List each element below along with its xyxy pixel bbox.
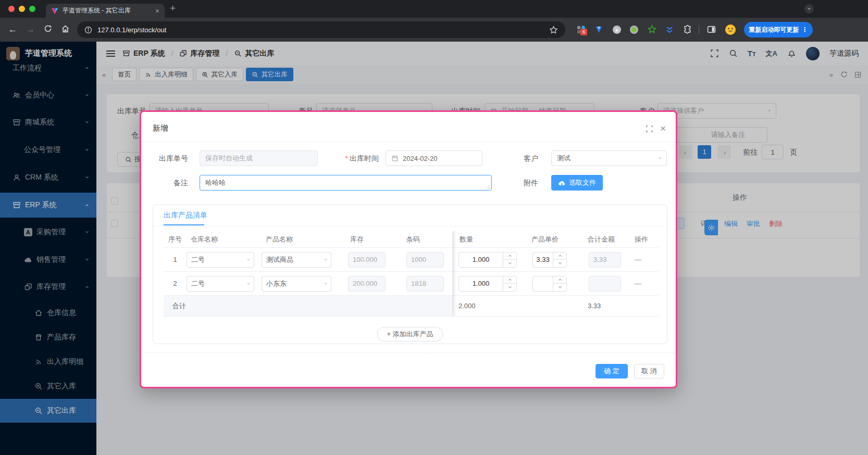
site-info-icon[interactable] — [84, 26, 92, 34]
table-total-row: 合计 2.000 3.33 — [164, 296, 659, 317]
fixed-column-shadow — [452, 231, 456, 317]
product-table: 序号 仓库名称 产品名称 库存 条码 数量 产品单价 合计金额 操作 1 二号 … — [164, 231, 659, 317]
out-time-label: *出库时间 — [325, 150, 379, 166]
increase-icon[interactable] — [553, 276, 566, 284]
decrease-icon[interactable] — [503, 284, 516, 291]
warehouse-select[interactable]: 二号 — [187, 252, 254, 268]
customer-select[interactable]: 测试 — [551, 150, 667, 166]
chevron-down-icon — [324, 281, 327, 284]
remark-textarea[interactable]: 哈哈哈 — [200, 175, 492, 191]
customer-label: 客户 — [506, 150, 544, 166]
table-header-row: 序号 仓库名称 产品名称 库存 条码 数量 产品单价 合计金额 操作 — [164, 231, 659, 248]
toolbar-divider — [699, 25, 699, 34]
chevron-down-icon — [659, 156, 662, 159]
stock-input: 200.000 — [348, 276, 386, 292]
required-asterisk: * — [345, 154, 348, 162]
total-qty: 2.000 — [452, 302, 524, 310]
tab-close-icon[interactable]: × — [155, 7, 159, 15]
row-op-dash: — — [627, 256, 659, 263]
ext-gem-icon[interactable] — [595, 26, 603, 34]
chevron-down-icon — [324, 257, 327, 260]
tab-product-list[interactable]: 出库产品清单 — [164, 211, 207, 220]
dialog-fullscreen-icon[interactable] — [646, 125, 654, 133]
cancel-button[interactable]: 取 消 — [634, 364, 664, 378]
price-stepper[interactable] — [532, 276, 567, 292]
qty-stepper[interactable]: 1.000 — [458, 252, 517, 268]
reload-icon[interactable] — [44, 24, 52, 33]
order-no-input[interactable]: 保存时自动生成 — [200, 150, 318, 166]
resize-handle[interactable] — [486, 185, 490, 189]
table-row: 1 二号 测试商品 100.000 1000 1.000 3.33 3.33 — — [164, 248, 659, 272]
screen: 芋道管理系统 - 其它出库 × + ← → 127.0.0.1/erp/stoc… — [0, 0, 868, 455]
select-file-button[interactable]: 选取文件 — [551, 175, 603, 191]
extensions-puzzle-icon[interactable] — [683, 25, 691, 33]
browser-tab[interactable]: 芋道管理系统 - 其它出库 × — [46, 4, 165, 18]
ext-green-circle-icon[interactable] — [630, 26, 638, 34]
upload-cloud-icon — [558, 179, 566, 187]
traffic-minimize-button[interactable] — [19, 6, 25, 12]
bookmark-star-icon[interactable] — [549, 26, 558, 34]
product-select[interactable]: 小东东 — [262, 276, 331, 292]
confirm-button[interactable]: 确 定 — [596, 364, 628, 378]
product-list-card: 出库产品清单 序号 仓库名称 产品名称 库存 条码 数量 产品单价 合计金额 操… — [153, 205, 667, 344]
browser-tabstrip: 芋道管理系统 - 其它出库 × + — [0, 0, 868, 18]
dialog-close-icon[interactable]: × — [660, 123, 668, 131]
increase-icon[interactable] — [553, 252, 566, 260]
table-row: 2 二号 小东东 200.000 1818 1.000 — — [164, 272, 659, 296]
chevron-down-icon — [247, 281, 250, 284]
new-stock-out-dialog: 新增 × 出库单号 保存时自动生成 *出库时间 2024-02-20 客户 测试… — [140, 110, 677, 388]
total-label: 合计 — [164, 296, 452, 316]
remark-label: 备注 — [141, 175, 194, 191]
more-menu-icon[interactable]: ⋮ — [802, 26, 808, 33]
browser-toolbar: ← → 127.0.0.1/erp/stock/out 6 — [0, 18, 868, 42]
app-root: 芋道管理系统 工作流程 会员中心 商城系统 公众号管理 CRM 系统 — [0, 42, 868, 455]
profile-avatar[interactable] — [725, 24, 736, 35]
attachment-label: 附件 — [506, 175, 544, 191]
ext-snowflake-icon[interactable]: ✳ — [613, 26, 621, 34]
stock-input: 100.000 — [348, 252, 386, 268]
dialog-title: 新增 — [153, 123, 168, 133]
barcode-input: 1000 — [406, 252, 444, 268]
amount-input: 3.33 — [589, 252, 621, 268]
traffic-close-button[interactable] — [8, 6, 15, 12]
decrease-icon[interactable] — [553, 284, 566, 291]
ext-star-icon[interactable] — [648, 25, 656, 33]
update-label: 重新启动即可更新 — [749, 26, 799, 34]
back-icon[interactable]: ← — [8, 24, 17, 35]
row-op-dash: — — [627, 280, 659, 287]
ext-adblock-icon[interactable]: 6 — [577, 26, 586, 34]
tab-favicon — [51, 7, 58, 15]
ext-chevrons-icon[interactable] — [665, 26, 674, 34]
url-text[interactable]: 127.0.0.1/erp/stock/out — [97, 26, 544, 34]
tab-search-chevron-icon[interactable] — [804, 4, 814, 14]
out-time-picker[interactable]: 2024-02-20 — [386, 150, 482, 166]
total-amount: 3.33 — [576, 302, 627, 310]
qty-stepper[interactable]: 1.000 — [458, 276, 517, 292]
product-select[interactable]: 测试商品 — [262, 252, 331, 268]
decrease-icon[interactable] — [503, 260, 516, 267]
address-bar[interactable]: 127.0.0.1/erp/stock/out — [77, 21, 565, 38]
barcode-input: 1818 — [406, 276, 444, 292]
forward-icon[interactable]: → — [26, 24, 35, 35]
amount-input — [589, 276, 621, 292]
increase-icon[interactable] — [503, 252, 516, 260]
add-product-button[interactable]: + 添加出库产品 — [377, 327, 443, 342]
new-tab-button[interactable]: + — [170, 3, 176, 14]
order-no-label: 出库单号 — [141, 150, 194, 166]
chevron-down-icon — [247, 257, 250, 260]
extension-badge: 6 — [580, 29, 587, 35]
tab-title: 芋道管理系统 - 其它出库 — [63, 6, 151, 15]
home-icon[interactable] — [61, 24, 70, 33]
side-panel-icon[interactable] — [707, 25, 715, 33]
decrease-icon[interactable] — [553, 260, 566, 267]
increase-icon[interactable] — [503, 276, 516, 284]
warehouse-select[interactable]: 二号 — [187, 276, 254, 292]
calendar-icon — [391, 155, 399, 162]
price-stepper[interactable]: 3.33 — [532, 252, 567, 268]
traffic-zoom-button[interactable] — [29, 6, 35, 12]
chrome-update-button[interactable]: 重新启动即可更新 ⋮ — [744, 22, 813, 37]
